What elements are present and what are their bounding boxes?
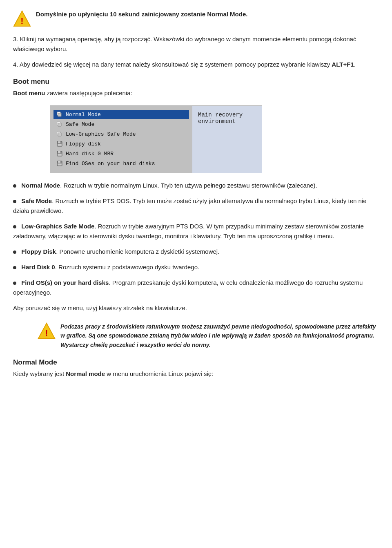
top-warning-block: ! Domyślnie po upłynięciu 10 sekund zain… [13, 10, 379, 28]
normal-mode-desc: Normal Mode. Rozruch w trybie normalnym … [13, 181, 379, 190]
top-warning-text: Domyślnie po upłynięciu 10 sekund zainic… [36, 10, 247, 19]
warning-icon-top: ! [13, 10, 31, 28]
bullet-dot-normal [13, 184, 16, 188]
svg-marker-5 [58, 123, 61, 126]
findos-desc: Find OS(s) on your hard disks. Program p… [13, 278, 379, 297]
boot-menu-right-panel: Main recovery environment [192, 106, 262, 173]
bullet-dot-safe [13, 200, 16, 203]
boot-item-safe-mode: Safe Mode [53, 120, 189, 129]
bullet-dot-hd [13, 266, 16, 269]
safe-mode-desc: Safe Mode. Rozruch w trybie PTS DOS. Try… [13, 196, 379, 216]
svg-marker-3 [58, 113, 61, 116]
svg-text:!: ! [20, 16, 23, 26]
step4-para: 4. Aby dowiedzieć się więcej na dany tem… [13, 60, 379, 69]
bottom-warning-text: Podczas pracy z środowiskiem ratunkowym … [60, 322, 379, 349]
bullet-dot-floppy [13, 251, 16, 254]
boot-icon-os-safe [56, 121, 63, 128]
boot-menu-left-panel: Normal Mode Safe Mode Low-Graphics Safe … [50, 106, 192, 173]
step3-para: 3. Kliknij na wymaganą operację, aby ją … [13, 34, 379, 54]
boot-menu-section-title: Boot menu [13, 78, 379, 86]
bullet-dot-lowgfx [13, 225, 16, 228]
boot-menu-intro: Boot menu zawiera następujące polecenia: [13, 88, 379, 98]
navigation-hint: Aby poruszać się w menu, użyj klawiszy s… [13, 303, 379, 313]
bullet-dot-findos [13, 282, 16, 285]
floppy-desc: Floppy Disk. Ponowne uruchomienie komput… [13, 247, 379, 257]
svg-rect-12 [58, 151, 60, 153]
boot-icon-disk-hd [56, 150, 63, 157]
boot-icon-disk-find [56, 160, 63, 167]
boot-item-harddisk: Hard disk 0 MBR [53, 149, 189, 158]
svg-text:!: ! [45, 328, 48, 338]
svg-rect-10 [58, 144, 62, 146]
svg-rect-15 [58, 161, 60, 163]
svg-marker-7 [58, 133, 61, 136]
low-graphics-desc: Low-Graphics Safe Mode. Rozruch w trybie… [13, 221, 379, 241]
normal-mode-section-title: Normal Mode [13, 358, 379, 367]
boot-item-low-graphics: Low-Graphics Safe Mode [53, 130, 189, 139]
normal-mode-intro: Kiedy wybrany jest Normal mode w menu ur… [13, 369, 379, 379]
svg-rect-13 [58, 154, 62, 156]
svg-rect-9 [58, 141, 60, 143]
boot-icon-os-normal [56, 111, 63, 118]
boot-item-normal-mode: Normal Mode [53, 110, 189, 119]
svg-rect-16 [58, 163, 62, 166]
boot-item-findoses: Find OSes on your hard disks [53, 159, 189, 168]
boot-item-floppy: Floppy disk [53, 139, 189, 148]
boot-icon-disk-floppy [56, 140, 63, 148]
harddisk-desc: Hard Disk 0. Rozruch systemu z podstawow… [13, 262, 379, 272]
warning-icon-bottom: ! [38, 322, 56, 340]
bottom-warning-block: ! Podczas pracy z środowiskiem ratunkowy… [38, 322, 379, 349]
boot-icon-os-lowgfx [56, 130, 63, 138]
boot-menu-image: Normal Mode Safe Mode Low-Graphics Safe … [50, 105, 262, 173]
